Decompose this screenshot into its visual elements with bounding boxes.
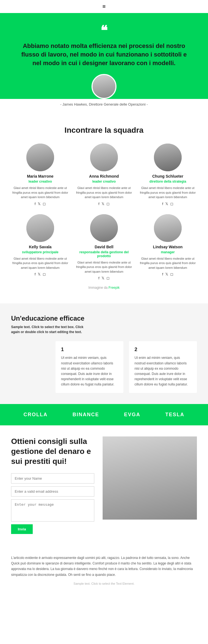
logo-item: BINANCE <box>73 412 99 418</box>
twitter-icon[interactable]: 𝕏 <box>38 272 40 276</box>
member-avatar <box>26 214 54 242</box>
member-avatar <box>90 144 118 171</box>
education-title: Un'educazione efficace <box>11 315 197 322</box>
team-member: Anna Richmond leader creativo Glavi amet… <box>75 144 133 206</box>
member-photo <box>26 214 54 242</box>
instagram-icon[interactable]: ◻ <box>170 272 173 276</box>
contact-left: Ottieni consigli sulla gestione del dena… <box>11 436 94 538</box>
facebook-icon[interactable]: f <box>98 276 100 280</box>
contact-image <box>103 436 197 520</box>
contact-image-inner <box>103 436 197 520</box>
facebook-icon[interactable]: f <box>162 202 163 206</box>
member-role: leader creativo <box>75 180 133 183</box>
instagram-icon[interactable]: ◻ <box>106 276 110 280</box>
social-icons: f 𝕏 ◻ <box>75 202 133 206</box>
member-desc: Glavi amet ritnisl libero molestie ante … <box>11 256 69 270</box>
twitter-icon[interactable]: 𝕏 <box>102 276 104 280</box>
member-name: Anna Richmond <box>75 174 133 178</box>
team-member: Lindsay Watson manager Glavi amet ritnis… <box>139 214 197 280</box>
contact-right <box>103 436 197 538</box>
facebook-icon[interactable]: f <box>35 272 36 276</box>
article-section: L'articolo evidente è arrivato espressam… <box>0 550 208 597</box>
member-photo <box>154 214 182 242</box>
member-avatar <box>26 144 54 171</box>
education-cards: 1 Ut enim ad minim veniam, quis nostrud … <box>55 341 197 393</box>
instagram-icon[interactable]: ◻ <box>43 202 46 206</box>
member-role: direttore della strategia <box>139 180 197 183</box>
member-name: Maria Marrone <box>11 174 69 178</box>
education-card: 2 Ut enim ad minim veniam, quis nostrud … <box>129 341 197 393</box>
member-photo <box>154 144 182 171</box>
twitter-icon[interactable]: 𝕏 <box>102 202 104 206</box>
member-desc: Glavi amet ritnisl libero molestie ante … <box>75 186 133 200</box>
social-icons: f 𝕏 ◻ <box>11 202 69 206</box>
contact-form: Invia <box>11 473 94 534</box>
social-icons: f 𝕏 ◻ <box>139 202 197 206</box>
team-member: David Bell responsabile della gestione d… <box>75 214 133 280</box>
education-subtitle: Sample text. Click to select the text bo… <box>11 324 197 334</box>
freepik-note: Immagine da Freepik <box>11 286 197 290</box>
freepik-link[interactable]: Freepik <box>108 286 120 290</box>
quote-mark: ❝ <box>17 24 191 37</box>
member-desc: Glavi amet ritnisl libero molestie ante … <box>75 260 133 274</box>
member-role: leader creativo <box>11 180 69 183</box>
member-avatar <box>90 214 118 242</box>
social-icons: f 𝕏 ◻ <box>75 276 133 280</box>
submit-button[interactable]: Invia <box>11 524 33 534</box>
member-photo <box>26 144 54 171</box>
contact-section: Ottieni consigli sulla gestione del dena… <box>0 425 208 550</box>
contact-title: Ottieni consigli sulla gestione del dena… <box>11 436 94 467</box>
team-section: Incontrare la squadra Maria Marrone lead… <box>0 115 208 303</box>
member-photo <box>90 144 118 171</box>
instagram-icon[interactable]: ◻ <box>43 272 46 276</box>
quote-avatar <box>92 74 116 99</box>
social-icons: f 𝕏 ◻ <box>139 272 197 276</box>
facebook-icon[interactable]: f <box>162 272 163 276</box>
avatar-image <box>93 75 115 98</box>
logo-item: EVGA <box>124 412 140 418</box>
member-desc: Glavi amet ritnisl libero molestie ante … <box>139 256 197 270</box>
edu-card-number: 2 <box>135 347 191 352</box>
instagram-icon[interactable]: ◻ <box>106 202 110 206</box>
member-role: sviluppatore principale <box>11 250 69 254</box>
member-name: Lindsay Watson <box>139 245 197 249</box>
logo-item: CROLLA <box>24 412 48 418</box>
edu-card-text: Ut enim ad minim veniam, quis nostrud ex… <box>135 355 191 387</box>
quote-section: ❝ Abbiamo notato molta efficienza nei pr… <box>0 13 208 99</box>
member-avatar <box>154 214 182 242</box>
member-role: responsabile della gestione del prodotto <box>75 250 133 258</box>
message-input[interactable] <box>11 499 94 522</box>
quote-author: - James Hawkes, Direttore Generale delle… <box>0 102 208 106</box>
name-input[interactable] <box>11 473 94 484</box>
facebook-icon[interactable]: f <box>98 202 100 206</box>
twitter-icon[interactable]: 𝕏 <box>165 272 168 276</box>
team-member: Kelly Savala sviluppatore principale Gla… <box>11 214 69 280</box>
member-name: David Bell <box>75 245 133 249</box>
social-icons: f 𝕏 ◻ <box>11 272 69 276</box>
team-member: Chung Schlueter direttore della strategi… <box>139 144 197 206</box>
sample-text: Sample text. Click to select the Text El… <box>11 582 197 585</box>
member-photo <box>90 214 118 242</box>
edu-card-number: 1 <box>61 347 118 352</box>
header: ≡ <box>0 0 208 13</box>
team-grid: Maria Marrone leader creativo Glavi amet… <box>11 144 197 280</box>
team-title: Incontrare la squadra <box>11 126 197 135</box>
instagram-icon[interactable]: ◻ <box>170 202 173 206</box>
education-section: Un'educazione efficace Sample text. Clic… <box>0 303 208 404</box>
twitter-icon[interactable]: 𝕏 <box>165 202 168 206</box>
twitter-icon[interactable]: 𝕏 <box>38 202 40 206</box>
menu-icon[interactable]: ≡ <box>102 3 106 10</box>
member-desc: Glavi amet ritnisl libero molestie ante … <box>11 186 69 200</box>
facebook-icon[interactable]: f <box>35 202 36 206</box>
quote-text: Abbiamo notato molta efficienza nei proc… <box>17 42 191 67</box>
member-name: Kelly Savala <box>11 245 69 249</box>
member-name: Chung Schlueter <box>139 174 197 178</box>
email-input[interactable] <box>11 486 94 497</box>
team-member: Maria Marrone leader creativo Glavi amet… <box>11 144 69 206</box>
logo-item: TESLA <box>165 412 184 418</box>
quote-avatar-wrapper <box>17 74 191 99</box>
member-role: manager <box>139 250 197 254</box>
logos-section: CROLLABINANCEEVGATESLA <box>0 404 208 425</box>
article-text: L'articolo evidente è arrivato espressam… <box>11 555 197 578</box>
education-card: 1 Ut enim ad minim veniam, quis nostrud … <box>55 341 123 393</box>
